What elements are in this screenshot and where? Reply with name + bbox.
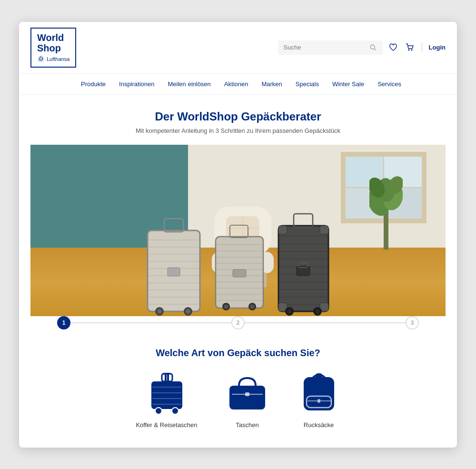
option-koffer-label: Koffer & Reisetaschen [136,421,197,429]
svg-rect-67 [278,226,287,234]
svg-rect-49 [233,269,246,277]
logo-sub: Lufthansa [37,55,69,63]
header-icons: Login [388,42,446,53]
question-title: Welche Art von Gepäck suchen Sie? [30,348,446,359]
option-rucksaecke[interactable]: Rucksäcke [298,373,340,429]
svg-rect-91 [304,377,334,410]
svg-rect-48 [230,225,248,238]
page-subtitle: Mit kompetenter Anleitung in 3 Schritten… [30,127,446,134]
step-3[interactable]: 3 [406,316,419,329]
nav-services[interactable]: Services [377,74,401,94]
nav-aktionen[interactable]: Aktionen [224,74,248,94]
suitcase-dark [274,211,333,316]
logo[interactable]: WorldShop Lufthansa [30,28,76,68]
heart-icon [388,43,398,52]
question-section: Welche Art von Gepäck suchen Sie? [30,344,446,429]
svg-rect-68 [320,226,328,234]
search-box[interactable] [278,40,383,55]
svg-rect-86 [167,374,169,383]
svg-rect-85 [165,374,167,383]
step-line-2 [245,322,406,323]
svg-rect-31 [168,268,180,276]
svg-point-74 [287,309,292,314]
browser-window: WorldShop Lufthansa [19,22,457,448]
step-line-1 [70,322,231,323]
step-2[interactable]: 2 [231,316,245,329]
hero-image [30,145,446,316]
svg-point-83 [155,408,162,414]
svg-rect-93 [316,374,322,379]
luggage-options: Koffer & Reisetaschen [30,373,446,429]
option-rucksaecke-label: Rucksäcke [304,421,334,429]
svg-point-51 [224,304,228,309]
search-icon [370,44,377,51]
nav-meilen[interactable]: Meilen einlösen [168,74,211,94]
nav-produkte[interactable]: Produkte [81,74,106,94]
main-content: Der WorldShop Gepäckberater Mit kompeten… [19,95,457,448]
svg-point-84 [172,408,178,414]
nav-inspirationen[interactable]: Inspirationen [119,74,154,94]
search-area: Login [86,40,446,55]
backpack-icon [300,371,338,417]
suitcase-large [143,216,205,316]
svg-point-76 [315,309,320,314]
step-1[interactable]: 1 [57,316,70,329]
step-indicators: 1 2 3 [57,316,419,329]
nav-marken[interactable]: Marken [261,74,282,94]
login-button[interactable]: Login [429,44,446,51]
nav-specials[interactable]: Specials [296,74,319,94]
svg-rect-88 [229,386,265,409]
nav-winter-sale[interactable]: Winter Sale [332,74,364,94]
svg-point-4 [411,49,412,50]
cart-button[interactable] [405,42,415,53]
svg-point-1 [371,45,375,49]
suitcase-option-icon [145,373,188,416]
page-title: Der WorldShop Gepäckberater [30,110,446,123]
svg-point-35 [186,309,190,314]
suitcase-medium [212,223,267,311]
svg-rect-95 [317,399,320,403]
cart-icon [405,42,415,53]
wishlist-button[interactable] [388,43,398,52]
svg-line-2 [375,49,376,50]
bag-icon [227,375,268,413]
svg-point-3 [408,49,409,50]
header-divider [422,42,422,53]
svg-rect-78 [151,381,182,409]
option-taschen[interactable]: Taschen [226,373,269,429]
option-koffer[interactable]: Koffer & Reisetaschen [136,373,197,429]
suitcase-icon [149,373,185,416]
lufthansa-icon [37,55,45,63]
partner-name: Lufthansa [47,56,69,62]
luggage-scene [30,211,446,316]
option-taschen-label: Taschen [236,421,258,429]
navigation: Produkte Inspirationen Meilen einlösen A… [19,74,457,95]
header: WorldShop Lufthansa [19,22,457,74]
svg-point-33 [157,309,162,314]
svg-point-53 [250,304,255,309]
search-input[interactable] [284,44,367,51]
brand-name: WorldShop [37,32,69,53]
bag-option-icon [226,373,269,416]
svg-rect-90 [245,392,249,396]
backpack-option-icon [298,373,340,416]
